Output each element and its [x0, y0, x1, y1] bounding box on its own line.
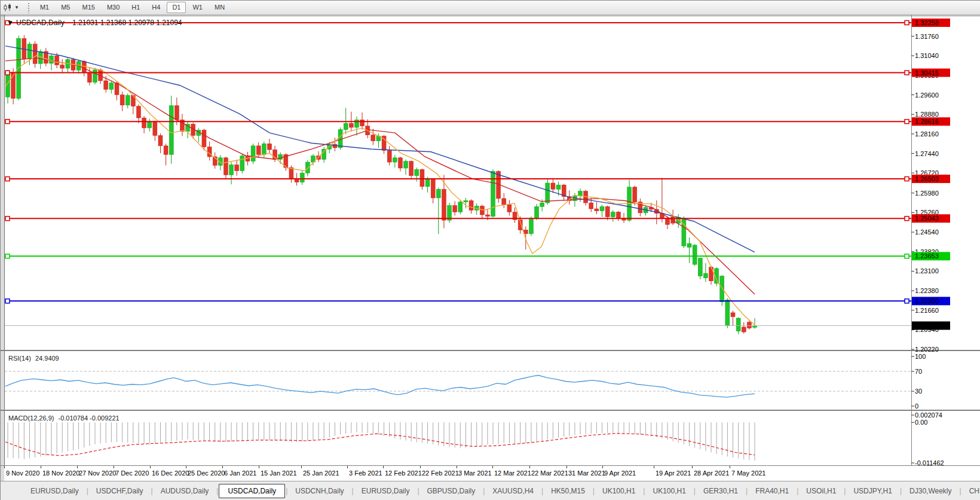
svg-text:0.00: 0.00: [915, 419, 927, 426]
svg-text:28 Apr 2021: 28 Apr 2021: [694, 469, 729, 477]
toolbar-grip-handle[interactable]: [27, 2, 30, 13]
hline-handle: [5, 120, 10, 124]
chart-tab-xauusd-h4[interactable]: XAUUSD,H4: [485, 484, 541, 498]
svg-text:1.22380: 1.22380: [915, 287, 939, 294]
svg-text:100: 100: [915, 353, 926, 360]
timeframe-button-m15[interactable]: M15: [76, 2, 100, 13]
chart-tab-gbpusd-daily[interactable]: GBPUSD,Daily: [420, 484, 483, 498]
chart-tab-usdchf-daily[interactable]: USDCHF,Daily: [89, 484, 151, 498]
svg-text:22 Mar 2021: 22 Mar 2021: [531, 469, 568, 477]
hline-handle: [905, 20, 909, 25]
svg-text:9 Apr 2021: 9 Apr 2021: [604, 469, 636, 477]
chart-tab-fra40-h1[interactable]: FRA40,H1: [748, 484, 796, 498]
chart-tab-usdcad-daily[interactable]: USDCAD,Daily: [219, 484, 285, 498]
chevron-down-icon: ▼: [14, 5, 19, 10]
chart-tab-eurusd-daily[interactable]: EURUSD,Daily: [23, 484, 86, 498]
chart-tab-usoil-h1[interactable]: USOil,H1: [799, 484, 843, 498]
svg-text:25 Dec 2020: 25 Dec 2020: [188, 469, 225, 477]
svg-text:0.002074: 0.002074: [915, 411, 942, 419]
svg-text:7 Dec 2020: 7 Dec 2020: [115, 469, 149, 477]
rsi-value: 24.9409: [35, 355, 59, 362]
candlestick-chart-icon: [3, 4, 13, 12]
timeframe-toolbar: ▼ M1M5M15M30H1H4D1W1MN: [1, 1, 980, 15]
svg-text:1.21094: 1.21094: [915, 322, 939, 329]
svg-text:25 Jan 2021: 25 Jan 2021: [303, 469, 339, 477]
svg-text:18 Nov 2020: 18 Nov 2020: [42, 469, 79, 477]
svg-text:9 Nov 2020: 9 Nov 2020: [6, 469, 39, 477]
macd-pane-label: MACD(12,26,9) -0.010784 -0.009221: [8, 414, 120, 422]
svg-text:1.25980: 1.25980: [915, 190, 939, 197]
macd-values: -0.010784 -0.009221: [58, 414, 119, 422]
svg-text:-0.011462: -0.011462: [915, 459, 944, 467]
chart-tab-uk100-h1[interactable]: UK100,H1: [645, 484, 693, 498]
timeframe-button-w1[interactable]: W1: [187, 2, 208, 13]
chart-tab-uk100-h1[interactable]: UK100,H1: [595, 484, 642, 498]
svg-text:1.31040: 1.31040: [915, 52, 939, 59]
hline-handle: [905, 71, 909, 75]
hline-handle: [905, 299, 909, 303]
hline-handle: [5, 177, 10, 181]
chart-tab-ger30-h1[interactable]: GER30,H1: [696, 484, 745, 498]
svg-text:1.30415: 1.30415: [915, 69, 939, 77]
svg-text:1.23653: 1.23653: [915, 252, 939, 260]
svg-text:12 Mar 2021: 12 Mar 2021: [494, 469, 531, 477]
macd-name: MACD(12,26,9): [8, 414, 54, 422]
chart-tab-usdjpy-h1[interactable]: USDJPY,H1: [846, 484, 899, 498]
chart-area[interactable]: 1.317601.310401.303201.296001.288801.281…: [1, 15, 980, 481]
svg-text:19 Apr 2021: 19 Apr 2021: [656, 469, 691, 477]
timeframe-button-d1[interactable]: D1: [167, 2, 186, 13]
svg-text:1.28616: 1.28616: [915, 118, 939, 125]
svg-text:7 May 2021: 7 May 2021: [731, 469, 765, 477]
chart-tab-dj30-weekly[interactable]: DJ30,Weekly: [902, 484, 958, 498]
chart-tab-usdcnh-daily[interactable]: USDCNH,Daily: [288, 484, 351, 498]
svg-text:1.27440: 1.27440: [915, 150, 939, 157]
svg-text:70: 70: [915, 368, 922, 375]
svg-text:6 Jan 2021: 6 Jan 2021: [224, 469, 256, 477]
svg-text:1.26503: 1.26503: [915, 175, 939, 182]
chart-tab-china300-h1[interactable]: CHINA300,H1: [962, 484, 980, 498]
timeframe-button-m30[interactable]: M30: [102, 2, 125, 13]
timeframe-button-h1[interactable]: H1: [126, 2, 145, 13]
chart-symbol-caret-icon[interactable]: ▼: [7, 19, 14, 27]
chart-tab-hk50-m15[interactable]: HK50,M15: [544, 484, 592, 498]
svg-text:15 Jan 2021: 15 Jan 2021: [261, 469, 297, 477]
svg-text:1.21660: 1.21660: [915, 307, 939, 314]
svg-text:1.31760: 1.31760: [915, 33, 939, 40]
timeframe-button-m1[interactable]: M1: [35, 2, 54, 13]
svg-text:1.25043: 1.25043: [915, 215, 939, 222]
chart-tabs-bar: EURUSD,Daily|USDCHF,Daily|AUDUSD,Daily|U…: [1, 481, 980, 500]
svg-text:16 Dec 2020: 16 Dec 2020: [152, 469, 189, 477]
timeframe-buttons: M1M5M15M30H1H4D1W1MN: [34, 2, 231, 13]
svg-text:1.28160: 1.28160: [915, 130, 939, 138]
svg-text:1.22000: 1.22000: [915, 297, 939, 304]
terminal-window: ▼ M1M5M15M30H1H4D1W1MN 1.317601.310401.3…: [0, 0, 980, 500]
svg-text:3 Feb 2021: 3 Feb 2021: [349, 469, 382, 477]
hline-handle: [905, 217, 909, 221]
svg-text:31 Mar 2021: 31 Mar 2021: [568, 469, 605, 477]
hline-handle: [5, 217, 10, 221]
svg-text:30: 30: [915, 388, 922, 395]
svg-text:1.32258: 1.32258: [915, 19, 939, 26]
chart-tab-eurusd-daily[interactable]: EURUSD,Daily: [354, 484, 417, 498]
svg-text:1.29600: 1.29600: [915, 92, 939, 99]
svg-text:22 Feb 2021: 22 Feb 2021: [422, 469, 459, 477]
timeframe-button-mn[interactable]: MN: [209, 2, 230, 13]
svg-text:1.28880: 1.28880: [915, 111, 939, 118]
hline-handle: [905, 254, 909, 258]
svg-text:27 Nov 2020: 27 Nov 2020: [79, 469, 116, 477]
hline-handle: [905, 120, 909, 124]
svg-text:3 Mar 2021: 3 Mar 2021: [458, 469, 492, 477]
chart-type-button[interactable]: ▼: [1, 1, 23, 14]
svg-text:1.24540: 1.24540: [915, 228, 939, 236]
svg-text:12 Feb 2021: 12 Feb 2021: [385, 469, 422, 477]
hline-handle: [5, 254, 10, 258]
chart-title-ohlc: 1.21031 1.21368 1.20978 1.21094: [72, 19, 182, 27]
svg-text:0: 0: [915, 403, 918, 410]
hline-handle: [5, 299, 10, 303]
svg-text:1.23100: 1.23100: [915, 267, 939, 275]
timeframe-button-m5[interactable]: M5: [56, 2, 75, 13]
timeframe-button-h4[interactable]: H4: [146, 2, 166, 13]
svg-text:1.20220: 1.20220: [915, 346, 939, 353]
chart-tab-audusd-daily[interactable]: AUDUSD,Daily: [154, 484, 216, 498]
rsi-name: RSI(14): [8, 355, 31, 362]
